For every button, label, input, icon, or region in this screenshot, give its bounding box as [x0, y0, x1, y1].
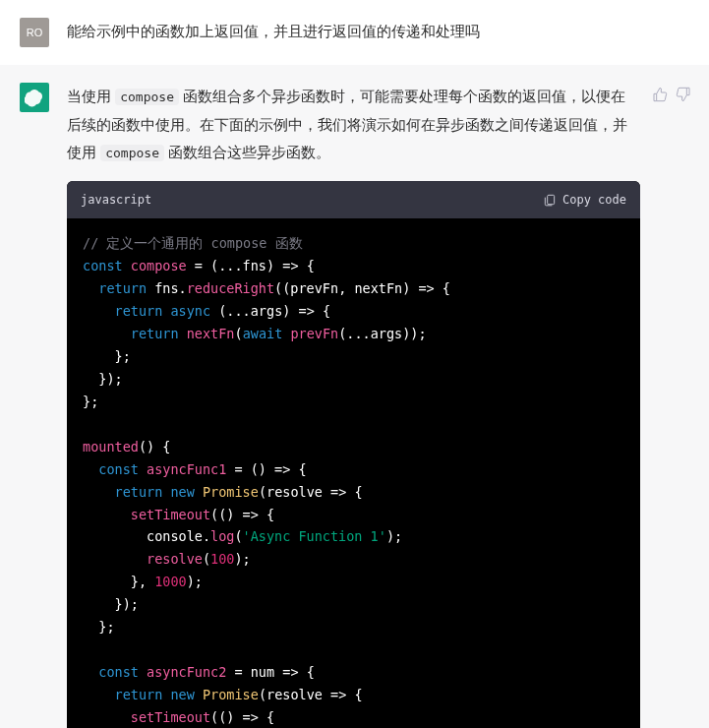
regenerate-wrap: Regenerate response	[0, 720, 709, 728]
assistant-message-body: 当使用 compose 函数组合多个异步函数时，可能需要处理每个函数的返回值，以…	[67, 83, 709, 728]
assistant-text-part1: 当使用	[67, 88, 115, 104]
user-avatar-label: RO	[27, 27, 43, 38]
user-message-row: RO 能给示例中的函数加上返回值，并且进行返回值的传递和处理吗	[0, 0, 709, 65]
thumbs-down-icon	[676, 87, 691, 102]
thumbs-up-icon	[652, 87, 668, 102]
code-body: // 定义一个通用的 compose 函数 const compose = (.…	[67, 218, 640, 728]
thumbs-up-button[interactable]	[652, 87, 668, 105]
thumbs-down-button[interactable]	[676, 87, 691, 105]
assistant-message-row: 当使用 compose 函数组合多个异步函数时，可能需要处理每个函数的返回值，以…	[0, 65, 709, 728]
user-message-text: 能给示例中的函数加上返回值，并且进行返回值的传递和处理吗	[67, 23, 480, 39]
svg-rect-0	[548, 195, 555, 204]
assistant-avatar	[20, 83, 49, 112]
code-block: javascript Copy code // 定义一个通用的 compose …	[67, 181, 640, 729]
clipboard-icon	[543, 193, 557, 207]
code-comment: // 定义一个通用的 compose 函数	[83, 235, 303, 251]
inline-code-compose-1: compose	[115, 89, 179, 105]
assistant-text-part3: 函数组合这些异步函数。	[164, 144, 330, 160]
code-scroll[interactable]: // 定义一个通用的 compose 函数 const compose = (.…	[67, 218, 640, 728]
code-header: javascript Copy code	[67, 181, 640, 219]
copy-code-button[interactable]: Copy code	[543, 189, 626, 212]
inline-code-compose-2: compose	[100, 145, 164, 161]
copy-code-label: Copy code	[562, 189, 626, 212]
user-message-body: 能给示例中的函数加上返回值，并且进行返回值的传递和处理吗	[67, 18, 709, 46]
user-avatar: RO	[20, 18, 49, 47]
feedback-buttons	[652, 87, 691, 105]
code-language-label: javascript	[81, 189, 151, 212]
openai-logo-icon	[25, 88, 44, 107]
